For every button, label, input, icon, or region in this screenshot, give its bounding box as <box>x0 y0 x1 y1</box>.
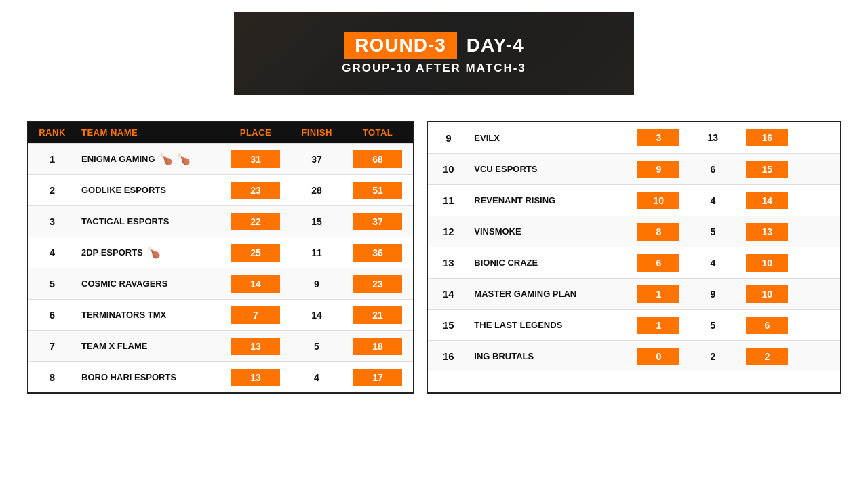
table-row: 15 THE LAST LEGENDS 1 5 6 <box>428 309 840 340</box>
table-row: 7 TEAM X FLAME 13 5 18 <box>28 330 413 361</box>
table-row: 2 GODLIKE ESPORTS 23 28 51 <box>28 174 413 205</box>
left-table: RANK TEAM NAME PLACE FINISH TOTAL 1 ENIG… <box>27 121 414 394</box>
sub-label: GROUP-10 AFTER MATCH-3 <box>342 62 526 75</box>
left-table-header: RANK TEAM NAME PLACE FINISH TOTAL <box>28 122 413 143</box>
chicken-icon-2: 🍗 <box>177 152 191 165</box>
right-table: 9 EVILX 3 13 16 10 VCU ESPORTS 9 6 15 11… <box>427 121 841 394</box>
table-row: 10 VCU ESPORTS 9 6 15 <box>428 153 840 184</box>
col-rank: RANK <box>28 127 76 138</box>
chicken-icon: 🍗 <box>159 152 173 165</box>
table-row: 16 ING BRUTALS 0 2 2 <box>428 340 840 371</box>
main-content: RANK TEAM NAME PLACE FINISH TOTAL 1 ENIG… <box>27 121 841 394</box>
col-total: TOTAL <box>347 127 408 138</box>
day-label: DAY-4 <box>467 35 524 56</box>
table-row: 14 MASTER GAMING PLAN 1 9 10 <box>428 278 840 309</box>
table-row: 5 COSMIC RAVAGERS 14 9 23 <box>28 268 413 299</box>
table-row: 9 EVILX 3 13 16 <box>428 122 840 153</box>
col-finish: FINISH <box>286 127 347 138</box>
col-place: PLACE <box>225 127 286 138</box>
table-row: 8 BORO HARI ESPORTS 13 4 17 <box>28 361 413 392</box>
chicken-icon: 🍗 <box>147 246 161 259</box>
header-banner: ROUND-3 DAY-4 GROUP-10 AFTER MATCH-3 <box>234 12 634 95</box>
table-row: 13 BIONIC CRAZE 6 4 10 <box>428 247 840 278</box>
col-team: TEAM NAME <box>76 127 225 138</box>
table-row: 11 REVENANT RISING 10 4 14 <box>428 184 840 216</box>
table-row: 6 TERMINATORS TMX 7 14 21 <box>28 299 413 330</box>
round-label: ROUND-3 <box>344 32 457 59</box>
table-row: 1 ENIGMA GAMING 🍗🍗 31 37 68 <box>28 143 413 174</box>
table-row: 4 2DP ESPORTS 🍗 25 11 36 <box>28 237 413 268</box>
table-row: 12 VINSMOKE 8 5 13 <box>428 216 840 247</box>
table-row: 3 TACTICAL ESPORTS 22 15 37 <box>28 205 413 237</box>
